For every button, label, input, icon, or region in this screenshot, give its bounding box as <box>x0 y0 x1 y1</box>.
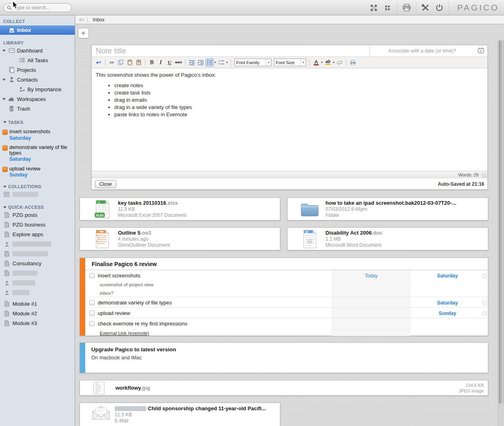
email-card[interactable]: Child sponsorship changed 11-year-old Pa… <box>80 403 280 426</box>
tasklist-card[interactable]: Finalise Pagico 6 review Today Saturday … <box>80 258 488 336</box>
person-icon <box>3 290 10 296</box>
scrollbar-thumb[interactable] <box>499 40 502 404</box>
sidebar-item-dashboard[interactable]: Dashboard <box>0 46 75 55</box>
back-arrow-icon[interactable]: ⇦ <box>79 17 84 23</box>
paste-as-text-icon[interactable]: T <box>134 59 143 67</box>
disclosure-triangle-icon[interactable] <box>3 206 6 208</box>
sidebar-collection-item[interactable] <box>0 190 75 199</box>
disclosure-triangle-icon[interactable] <box>2 98 6 100</box>
clock-icon[interactable] <box>482 300 487 307</box>
sidebar-item-module-2[interactable]: Module #2 <box>0 309 75 319</box>
clock-icon[interactable] <box>482 273 487 280</box>
text-color-button[interactable]: A <box>312 59 320 67</box>
date-input[interactable] <box>370 48 475 54</box>
paste-icon[interactable] <box>126 59 134 67</box>
numbered-list-dropdown-icon[interactable]: ▾ <box>226 61 228 64</box>
task-row[interactable]: Today Saturday insert screenshots screen… <box>85 270 488 297</box>
sidebar-item-contacts[interactable]: Contacts <box>0 75 75 84</box>
bullet-list-dropdown-icon[interactable]: ▾ <box>214 61 216 64</box>
print-button[interactable] <box>400 2 414 14</box>
clear-formatting-icon[interactable] <box>336 59 344 67</box>
task-checkbox[interactable] <box>2 145 8 151</box>
task-row[interactable]: check evernote re my first impressions E… <box>85 318 488 336</box>
sidebar-item-consultancy[interactable]: Consultancy <box>0 259 75 269</box>
clock-icon[interactable] <box>482 311 487 318</box>
disclosure-triangle-icon[interactable] <box>2 50 6 52</box>
disclosure-triangle-icon[interactable] <box>3 186 6 188</box>
external-link[interactable]: External Link (evernote) <box>100 331 149 336</box>
task-due-label[interactable]: Saturday <box>437 273 458 279</box>
sidebar-task-item[interactable]: demonstrate variety of file types Saturd… <box>2 145 75 162</box>
sidebar-item-redacted[interactable] <box>0 239 75 249</box>
task-checkbox[interactable] <box>89 273 94 278</box>
date-associate-field[interactable] <box>370 45 487 57</box>
sidebar-item-projects[interactable]: Projects <box>0 65 75 75</box>
task-checkbox[interactable] <box>2 130 8 135</box>
file-card-folder[interactable]: how to take an ipad screenshot.bak2012-0… <box>287 197 488 220</box>
upgrade-card[interactable]: Upgrade Pagico to latest version On macb… <box>80 342 488 373</box>
expand-fullscreen-button[interactable] <box>367 2 381 14</box>
task-due-label[interactable]: Saturday <box>437 300 458 306</box>
task-checkbox[interactable] <box>2 167 8 172</box>
collapse-button[interactable] <box>381 2 395 14</box>
bullet-list-button[interactable] <box>206 59 214 67</box>
cut-icon[interactable]: ✂ <box>108 59 116 67</box>
outdent-icon[interactable] <box>188 59 196 67</box>
file-card-doc[interactable]: W a Disability Act 2006.doc 1.2 MB Micro… <box>287 227 488 250</box>
sidebar-item-redacted[interactable] <box>0 288 75 298</box>
sidebar-task-item[interactable]: upload review Sunday <box>2 166 75 178</box>
sidebar-item-all-tasks[interactable]: All Tasks <box>0 55 75 65</box>
indent-icon[interactable] <box>197 59 205 67</box>
undo-icon[interactable]: ↩ <box>94 59 103 67</box>
disclosure-triangle-icon[interactable] <box>3 121 6 123</box>
sidebar-item-redacted[interactable] <box>0 249 75 259</box>
scrollbar-track[interactable] <box>498 40 504 426</box>
note-title-input[interactable] <box>92 45 370 57</box>
sidebar-item-redacted[interactable] <box>0 278 75 288</box>
strikethrough-button[interactable]: ABC <box>174 59 183 67</box>
sidebar-task-item[interactable]: insert screenshots Saturday <box>2 129 75 141</box>
sidebar-item-explore-apps[interactable]: Explore apps <box>0 230 75 239</box>
font-family-select[interactable]: Font Family ▾ <box>234 59 271 66</box>
sidebar-item-pzg-business[interactable]: PZG business <box>0 220 75 230</box>
task-checkbox[interactable] <box>89 321 94 326</box>
sidebar-item-pzg-posts[interactable]: PZG posts <box>0 210 75 220</box>
new-tab-button[interactable]: + <box>78 28 89 38</box>
image-file-card[interactable]: workflowy.jpg 134.5 KB JPEG Image <box>80 380 488 396</box>
resize-grip[interactable] <box>482 173 487 178</box>
disclosure-triangle-icon[interactable] <box>2 79 6 81</box>
task-checkbox[interactable] <box>89 311 94 316</box>
highlight-dropdown-icon[interactable]: ▾ <box>333 61 334 64</box>
sidebar-item-workspaces[interactable]: Workspaces <box>0 94 75 104</box>
file-card-oo3[interactable]: Outline 5.oo3 4 minutes ago OmniOutliner… <box>80 227 280 250</box>
task-start-label[interactable]: Today <box>365 273 378 279</box>
sidebar-item-trash[interactable]: Trash <box>0 104 75 113</box>
close-button[interactable]: Close <box>95 180 116 188</box>
task-row[interactable]: Sunday upload review <box>85 308 488 318</box>
numbered-list-button[interactable]: 12 <box>217 59 225 67</box>
search-box[interactable] <box>3 3 72 12</box>
highlight-color-button[interactable]: ab <box>324 59 332 67</box>
sidebar-item-by-importance[interactable]: By Importance <box>0 84 75 94</box>
search-input[interactable] <box>13 4 68 11</box>
task-due-label[interactable]: Sunday <box>439 311 456 316</box>
print-note-icon[interactable] <box>349 59 357 67</box>
note-body[interactable]: This screenshot shows the power of Pagic… <box>92 68 487 171</box>
task-row[interactable]: Saturday demonstrate variety of file typ… <box>85 297 488 308</box>
sidebar-item-inbox[interactable]: Inbox <box>0 25 75 35</box>
file-card-xlsx[interactable]: x XLSX key tasks 20110316.xlsx 11.5 KB M… <box>80 197 280 220</box>
underline-button[interactable]: U <box>166 59 174 67</box>
task-checkbox[interactable] <box>89 300 94 305</box>
sidebar-item-redacted[interactable] <box>0 269 75 278</box>
bold-button[interactable]: B <box>148 59 156 67</box>
italic-button[interactable]: I <box>157 59 165 67</box>
power-button[interactable] <box>433 2 446 14</box>
sidebar-item-module-1[interactable]: Module #1 <box>0 299 75 309</box>
copy-icon[interactable] <box>117 59 125 67</box>
sidebar-item-module-3[interactable]: Module #3 <box>0 319 75 328</box>
text-color-dropdown-icon[interactable]: ▾ <box>321 61 323 64</box>
tools-button[interactable] <box>419 2 433 14</box>
calendar-icon[interactable] <box>478 47 484 55</box>
projects-icon <box>8 67 15 73</box>
font-size-select[interactable]: Font Size ▾ <box>274 59 306 66</box>
